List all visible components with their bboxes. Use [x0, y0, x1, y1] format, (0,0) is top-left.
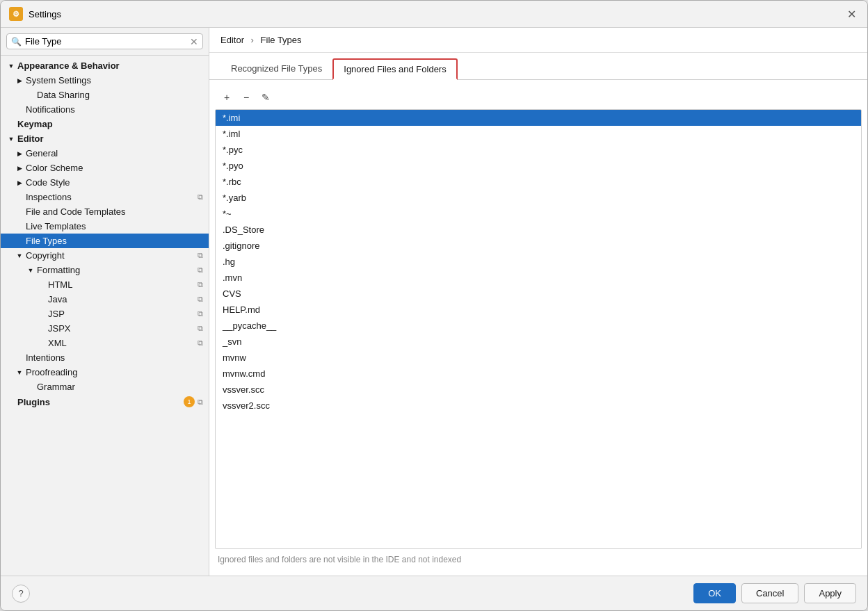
footer-right: OK Cancel Apply — [693, 583, 856, 603]
list-item[interactable]: .DS_Store — [216, 222, 861, 238]
breadcrumb: Editor › File Types — [209, 28, 867, 53]
arrow-icon — [37, 324, 47, 334]
edit-icon: ✎ — [262, 92, 270, 103]
apply-button[interactable]: Apply — [804, 583, 856, 603]
sidebar-item-appearance[interactable]: ▼ Appearance & Behavior — [1, 58, 209, 73]
ok-button[interactable]: OK — [693, 583, 736, 603]
search-wrapper: 🔍 ✕ — [6, 33, 203, 49]
arrow-icon — [6, 120, 16, 129]
list-item[interactable]: *.pyc — [216, 142, 861, 158]
arrow-icon — [15, 193, 24, 202]
arrow-icon — [37, 295, 47, 304]
copy-icon: ⧉ — [198, 309, 203, 318]
search-input[interactable] — [25, 36, 186, 47]
list-item[interactable]: CVS — [216, 286, 861, 302]
sidebar-item-grammar[interactable]: Grammar — [1, 380, 209, 394]
arrow-icon: ▼ — [6, 61, 16, 71]
list-item[interactable]: *~ — [216, 206, 861, 222]
list-item[interactable]: mvnw.cmd — [216, 366, 861, 382]
sidebar-item-proofreading[interactable]: ▼ Proofreading — [1, 365, 209, 380]
tab-ignored[interactable]: Ignored Files and Folders — [332, 58, 457, 80]
file-list: *.imi *.iml *.pyc *.pyo *.rbc *.yarb *~ … — [215, 109, 862, 549]
sidebar-item-editor[interactable]: ▼ Editor — [1, 131, 209, 146]
list-item[interactable]: mvnw — [216, 350, 861, 366]
sidebar-item-label: Copyright — [26, 250, 195, 261]
arrow-icon: ▼ — [15, 368, 24, 377]
sidebar-item-label: JSPX — [48, 323, 195, 334]
arrow-icon — [26, 382, 35, 392]
copy-icon: ⧉ — [198, 251, 203, 260]
hint-text: Ignored files and folders are not visibl… — [215, 549, 862, 570]
list-item[interactable]: *.iml — [216, 126, 861, 142]
add-button[interactable]: + — [218, 88, 236, 106]
search-box: 🔍 ✕ — [1, 28, 209, 56]
sidebar-item-jspx[interactable]: JSPX ⧉ — [1, 321, 209, 336]
tab-label: Ignored Files and Folders — [344, 64, 446, 74]
sidebar-item-copyright[interactable]: ▼ Copyright ⧉ — [1, 248, 209, 263]
list-item[interactable]: *.rbc — [216, 174, 861, 190]
sidebar-item-inspections[interactable]: Inspections ⧉ — [1, 190, 209, 204]
sidebar-item-label: Grammar — [37, 382, 203, 392]
arrow-icon — [37, 309, 47, 319]
sidebar-item-label: Editor — [17, 133, 203, 144]
sidebar-item-system-settings[interactable]: ▶ System Settings — [1, 73, 209, 88]
sidebar-item-label: System Settings — [26, 75, 203, 85]
arrow-icon — [15, 353, 24, 363]
sidebar-item-html[interactable]: HTML ⧉ — [1, 277, 209, 292]
settings-dialog: ⚙ Settings ✕ 🔍 ✕ ▼ Appearance & Behavior — [0, 0, 868, 611]
dialog-footer: ? OK Cancel Apply — [1, 576, 867, 610]
sidebar-item-color-scheme[interactable]: ▶ Color Scheme — [1, 161, 209, 175]
sidebar-item-label: XML — [48, 338, 195, 348]
sidebar-item-code-style[interactable]: ▶ Code Style — [1, 175, 209, 190]
arrow-icon — [37, 339, 47, 348]
panel-content: + − ✎ *.imi *.iml *.pyc *.pyo *.rbc *.ya… — [209, 80, 867, 576]
sidebar: 🔍 ✕ ▼ Appearance & Behavior ▶ System Set… — [1, 28, 209, 576]
list-item[interactable]: __pycache__ — [216, 318, 861, 334]
list-item[interactable]: .gitignore — [216, 238, 861, 254]
sidebar-item-label: Proofreading — [26, 367, 203, 377]
list-item[interactable]: *.pyo — [216, 158, 861, 174]
list-item[interactable]: *.imi — [216, 110, 861, 126]
sidebar-item-intentions[interactable]: Intentions — [1, 350, 209, 365]
sidebar-item-java[interactable]: Java ⧉ — [1, 292, 209, 307]
sidebar-item-jsp[interactable]: JSP ⧉ — [1, 307, 209, 321]
sidebar-item-label: Live Templates — [26, 221, 203, 231]
sidebar-item-label: General — [26, 148, 203, 158]
title-bar-left: ⚙ Settings — [9, 7, 61, 21]
remove-button[interactable]: − — [237, 88, 255, 106]
arrow-icon — [15, 207, 24, 217]
help-button[interactable]: ? — [12, 585, 30, 603]
arrow-icon — [37, 280, 47, 290]
close-button[interactable]: ✕ — [844, 6, 859, 22]
sidebar-item-label: HTML — [48, 279, 195, 290]
sidebar-item-general[interactable]: ▶ General — [1, 146, 209, 161]
sidebar-item-label: Inspections — [26, 192, 195, 202]
sidebar-item-xml[interactable]: XML ⧉ — [1, 336, 209, 350]
sidebar-item-keymap[interactable]: Keymap — [1, 117, 209, 131]
sidebar-item-notifications[interactable]: Notifications — [1, 102, 209, 117]
tab-recognized[interactable]: Recognized File Types — [220, 58, 332, 80]
arrow-icon — [6, 397, 16, 407]
sidebar-item-data-sharing[interactable]: Data Sharing — [1, 88, 209, 102]
sidebar-item-label: Notifications — [26, 104, 203, 115]
list-item[interactable]: vssver.scc — [216, 382, 861, 398]
sidebar-item-label: Code Style — [26, 177, 203, 188]
list-item[interactable]: vssver2.scc — [216, 398, 861, 414]
sidebar-item-file-types[interactable]: File Types — [1, 234, 209, 248]
list-item[interactable]: HELP.md — [216, 302, 861, 318]
sidebar-item-file-code-templates[interactable]: File and Code Templates — [1, 204, 209, 219]
clear-search-button[interactable]: ✕ — [190, 37, 198, 47]
edit-button[interactable]: ✎ — [257, 88, 275, 106]
sidebar-item-label: Plugins — [17, 397, 181, 407]
cancel-button[interactable]: Cancel — [741, 583, 798, 603]
list-item[interactable]: .mvn — [216, 270, 861, 286]
list-item[interactable]: _svn — [216, 334, 861, 350]
sidebar-item-label: Formatting — [37, 265, 195, 275]
arrow-icon: ▼ — [15, 251, 24, 261]
list-item[interactable]: *.yarb — [216, 190, 861, 206]
sidebar-item-plugins[interactable]: Plugins 1 ⧉ — [1, 394, 209, 409]
sidebar-item-live-templates[interactable]: Live Templates — [1, 219, 209, 234]
sidebar-item-formatting[interactable]: ▼ Formatting ⧉ — [1, 263, 209, 277]
arrow-icon: ▼ — [6, 134, 16, 144]
list-item[interactable]: .hg — [216, 254, 861, 270]
